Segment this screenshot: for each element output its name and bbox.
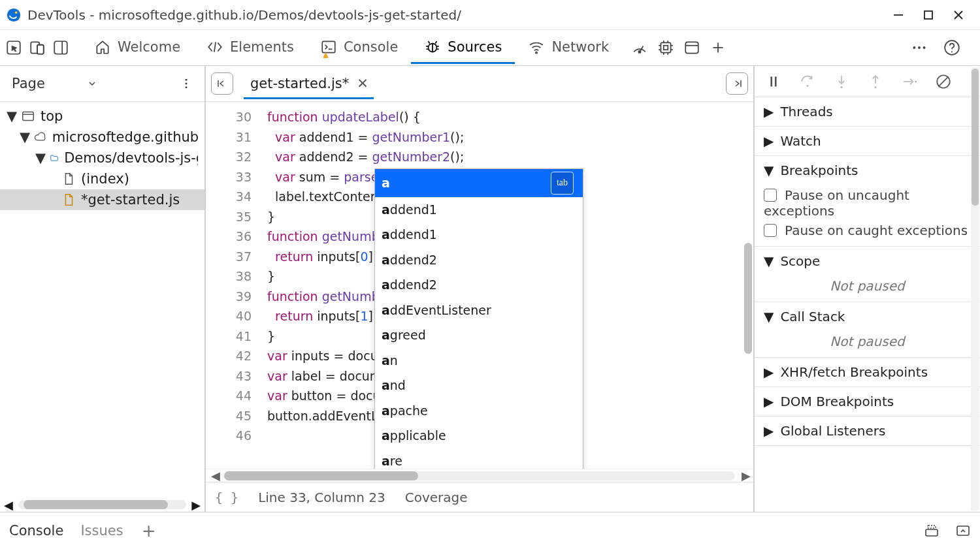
- collapse-drawer-icon[interactable]: [955, 523, 971, 539]
- debugger-vscroll[interactable]: [971, 67, 979, 510]
- file-tree: ▼ top ▼ microsoftedge.github.io ▼ Demos/…: [0, 102, 204, 497]
- section-breakpoints[interactable]: ▼Breakpoints Pause on uncaught exception…: [755, 156, 980, 247]
- tab-network[interactable]: Network: [515, 32, 622, 64]
- tree-top[interactable]: ▼ top: [0, 106, 204, 127]
- tree-domain[interactable]: ▼ microsoftedge.github.io: [0, 127, 204, 148]
- svg-rect-59: [928, 525, 936, 528]
- autocomplete-item[interactable]: apache: [375, 398, 583, 424]
- navigator-dropdown[interactable]: Page: [12, 76, 80, 91]
- tree-file-getstarted[interactable]: *get-started.js: [0, 189, 204, 210]
- svg-rect-22: [664, 46, 668, 50]
- svg-point-37: [923, 46, 926, 49]
- svg-rect-43: [23, 112, 34, 121]
- code-editor[interactable]: 3031323334353637383940414243444546 funct…: [206, 102, 753, 469]
- svg-point-49: [806, 84, 808, 86]
- window-maximize-icon[interactable]: [923, 9, 934, 21]
- section-global[interactable]: ▶Global Listeners: [755, 416, 980, 446]
- main-tabstrip: Welcome Elements Console Sources Network: [0, 30, 980, 66]
- dock-side-icon[interactable]: [52, 39, 69, 56]
- memory-icon[interactable]: [657, 39, 674, 56]
- drawer: Console Issues +: [0, 512, 980, 549]
- tree-folder[interactable]: ▼ Demos/devtools-js-get-started: [0, 148, 204, 168]
- chevron-down-icon[interactable]: [88, 79, 97, 88]
- svg-rect-58: [926, 529, 938, 536]
- svg-point-55: [915, 80, 917, 82]
- autocomplete-item[interactable]: an: [375, 348, 583, 373]
- help-icon[interactable]: [943, 39, 960, 56]
- device-emulation-icon[interactable]: [29, 39, 46, 56]
- svg-rect-3: [924, 11, 932, 19]
- checkbox[interactable]: [764, 224, 777, 237]
- application-icon[interactable]: [683, 39, 700, 56]
- autocomplete-item[interactable]: agreed: [375, 322, 583, 348]
- section-watch[interactable]: ▶Watch: [755, 127, 980, 156]
- drawer-tab-issues[interactable]: Issues: [80, 523, 123, 539]
- section-label: XHR/fetch Breakpoints: [780, 364, 928, 380]
- more-options-icon[interactable]: [911, 39, 928, 56]
- drawer-add-icon[interactable]: +: [142, 521, 156, 541]
- file-tab-label: get-started.js*: [250, 76, 349, 91]
- svg-rect-21: [661, 42, 671, 52]
- section-label: Breakpoints: [780, 163, 858, 178]
- tab-sources[interactable]: Sources: [411, 32, 515, 64]
- autocomplete-item[interactable]: addend2: [375, 272, 583, 298]
- tab-label: Console: [344, 39, 398, 55]
- checkbox[interactable]: [764, 189, 777, 202]
- toggle-debugger-button[interactable]: [726, 72, 748, 95]
- inspect-element-icon[interactable]: [5, 39, 22, 56]
- wifi-icon: [528, 39, 545, 55]
- tree-file-index[interactable]: (index): [0, 168, 204, 189]
- svg-point-41: [186, 83, 188, 85]
- kebab-icon[interactable]: [180, 77, 193, 90]
- pretty-print-icon[interactable]: { }: [215, 490, 238, 505]
- editor-hscroll[interactable]: ◀▶: [206, 469, 753, 482]
- performance-icon[interactable]: [631, 39, 648, 56]
- svg-point-51: [840, 86, 842, 88]
- tab-welcome[interactable]: Welcome: [81, 32, 193, 64]
- tab-elements[interactable]: Elements: [193, 32, 307, 64]
- section-dom[interactable]: ▶DOM Breakpoints: [755, 387, 980, 416]
- breakpoint-option[interactable]: Pause on uncaught exceptions: [764, 187, 971, 219]
- close-tab-icon[interactable]: ✕: [357, 76, 368, 91]
- pause-icon[interactable]: [765, 73, 782, 90]
- autocomplete-item[interactable]: and: [375, 373, 583, 398]
- autocomplete-item[interactable]: addend2: [375, 247, 583, 273]
- tab-hint: tab: [551, 172, 574, 195]
- svg-rect-10: [54, 41, 67, 54]
- tree-label: *get-started.js: [81, 192, 180, 208]
- section-threads[interactable]: ▶Threads: [755, 97, 980, 127]
- tab-label: Welcome: [118, 39, 180, 55]
- section-label: Global Listeners: [780, 423, 885, 439]
- autocomplete-item[interactable]: atab: [375, 169, 583, 197]
- debugger-toolbar: [755, 66, 980, 97]
- breakpoint-option[interactable]: Pause on caught exceptions: [764, 223, 971, 238]
- window-minimize-icon[interactable]: [892, 9, 904, 21]
- step-out-icon: [867, 73, 884, 90]
- file-tab[interactable]: get-started.js* ✕: [244, 68, 374, 99]
- window-close-icon[interactable]: [953, 9, 964, 21]
- toggle-navigator-button[interactable]: [211, 72, 233, 95]
- autocomplete-item[interactable]: addend1: [375, 197, 583, 223]
- editor-pane: get-started.js* ✕ 3031323334353637383940…: [206, 66, 755, 512]
- scope-body: Not paused: [755, 275, 980, 302]
- section-scope[interactable]: ▼Scope Not paused: [755, 247, 980, 302]
- deactivate-breakpoints-icon[interactable]: [935, 73, 952, 90]
- autocomplete-item[interactable]: applicable: [375, 423, 583, 448]
- svg-point-39: [951, 51, 953, 52]
- autocomplete-item[interactable]: addEventListener: [375, 298, 583, 323]
- svg-point-18: [536, 52, 537, 53]
- tab-console[interactable]: Console: [307, 32, 411, 64]
- navigator-hscroll[interactable]: ◀▶: [0, 497, 204, 512]
- drawer-tab-console[interactable]: Console: [9, 523, 63, 539]
- autocomplete-item[interactable]: addend1: [375, 222, 583, 247]
- step-over-icon: [799, 73, 816, 90]
- tab-label: Sources: [448, 39, 502, 55]
- editor-vscroll[interactable]: [744, 106, 753, 462]
- autocomplete-item[interactable]: are: [375, 448, 583, 469]
- section-callstack[interactable]: ▼Call Stack Not paused: [755, 302, 980, 358]
- section-xhr[interactable]: ▶XHR/fetch Breakpoints: [755, 358, 980, 387]
- section-label: Threads: [780, 104, 832, 119]
- autocomplete-popup[interactable]: atabaddend1addend1addend2addend2addEvent…: [374, 168, 583, 469]
- add-tab-icon[interactable]: [710, 39, 727, 56]
- expand-drawer-icon[interactable]: [924, 523, 939, 539]
